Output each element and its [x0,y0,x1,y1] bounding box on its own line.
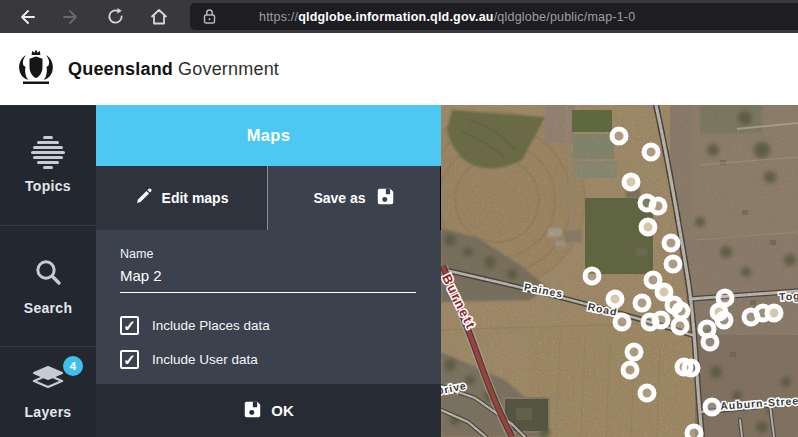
include-places-checkbox[interactable]: ✓ [120,316,139,335]
map-marker[interactable] [717,313,731,327]
map-canvas[interactable]: PainesRoadBurnettDriveAuburn-StreeTog [441,105,798,437]
map-name-input[interactable] [120,267,416,293]
reload-button[interactable] [98,3,132,31]
sidebar: Topics Search 4 [0,105,96,437]
sidebar-item-topics[interactable]: Topics [0,105,96,225]
map-marker[interactable] [666,257,680,271]
tab-label: Save as [313,190,365,206]
map-marker[interactable] [673,319,687,333]
sidebar-item-label: Topics [25,178,71,194]
save-as-form: Name ✓ Include Places data ✓ Include Use… [96,230,441,384]
url-path: /qldglobe/public/map-1-0 [494,10,636,24]
map-marker[interactable] [641,220,655,234]
name-field-label: Name [120,247,417,261]
map-marker[interactable] [623,363,637,377]
check-icon: ✓ [123,318,136,333]
layers-icon [30,365,66,395]
topics-icon [31,136,65,169]
maps-panel-title: Maps [96,105,441,166]
maps-panel: Maps Edit maps Save as [96,105,441,437]
check-icon: ✓ [123,352,136,367]
include-user-checkbox[interactable]: ✓ [120,350,139,369]
include-places-label: Include Places data [152,318,270,333]
map-marker[interactable] [644,145,658,159]
qld-globe-app: https://qldglobe.information.qld.gov.au/… [0,0,798,437]
map-viewport: PainesRoadBurnettDriveAuburn-StreeTog [441,105,798,437]
back-icon [17,7,37,27]
home-icon [149,7,169,27]
include-places-row[interactable]: ✓ Include Places data [120,316,417,335]
layers-count-badge: 4 [63,356,83,376]
map-marker[interactable] [674,304,688,318]
save-icon [243,400,262,422]
qld-coat-of-arms-logo [14,48,58,90]
map-marker[interactable] [651,199,665,213]
main-content: Topics Search 4 [0,105,798,437]
tab-label: Edit maps [162,190,229,206]
sidebar-item-label: Search [24,300,73,316]
map-marker[interactable] [654,313,668,327]
sidebar-item-label: Layers [25,404,72,420]
org-name-regular: Government [178,59,279,79]
road-label: Tog [779,289,798,302]
include-user-row[interactable]: ✓ Include User data [120,350,417,369]
map-marker[interactable] [687,426,701,437]
map-marker[interactable] [664,236,678,250]
map-marker[interactable] [703,335,717,349]
maps-tabs: Edit maps Save as [96,166,441,230]
search-icon [33,257,63,291]
map-marker[interactable] [767,306,781,320]
home-button[interactable] [142,3,176,31]
map-marker[interactable] [608,292,622,306]
lock-icon[interactable] [202,8,217,25]
map-marker[interactable] [635,296,649,310]
url-scheme: https:// [259,10,298,24]
sidebar-item-layers[interactable]: 4 Layers [0,346,96,437]
map-marker[interactable] [612,129,626,143]
org-name-bold: Queensland [68,59,173,79]
map-marker[interactable] [705,400,719,414]
org-name: QueenslandGovernment [68,59,279,80]
tab-edit-maps[interactable]: Edit maps [96,166,268,230]
map-marker[interactable] [624,175,638,189]
map-marker[interactable] [657,285,671,299]
url-text: https://qldglobe.information.qld.gov.au/… [259,10,635,24]
map-marker[interactable] [684,361,698,375]
tab-save-as[interactable]: Save as [268,166,440,230]
map-marker[interactable] [627,345,641,359]
url-domain: qldglobe.information.qld.gov.au [298,10,494,24]
reload-icon [106,7,125,26]
sidebar-item-search[interactable]: Search [0,225,96,346]
save-icon [376,187,395,209]
qld-gov-header: QueenslandGovernment [0,33,798,105]
ok-button[interactable]: OK [243,400,294,422]
map-marker[interactable] [615,315,629,329]
map-marker[interactable] [585,269,599,283]
browser-toolbar: https://qldglobe.information.qld.gov.au/… [0,0,798,33]
forward-icon [61,7,81,27]
ok-button-label: OK [271,402,294,419]
back-button[interactable] [10,3,44,31]
address-bar[interactable]: https://qldglobe.information.qld.gov.au/… [190,3,798,30]
forward-button[interactable] [54,3,88,31]
map-marker[interactable] [640,386,654,400]
include-user-label: Include User data [152,352,258,367]
pencil-icon [135,188,152,208]
panel-footer: OK [96,384,441,437]
